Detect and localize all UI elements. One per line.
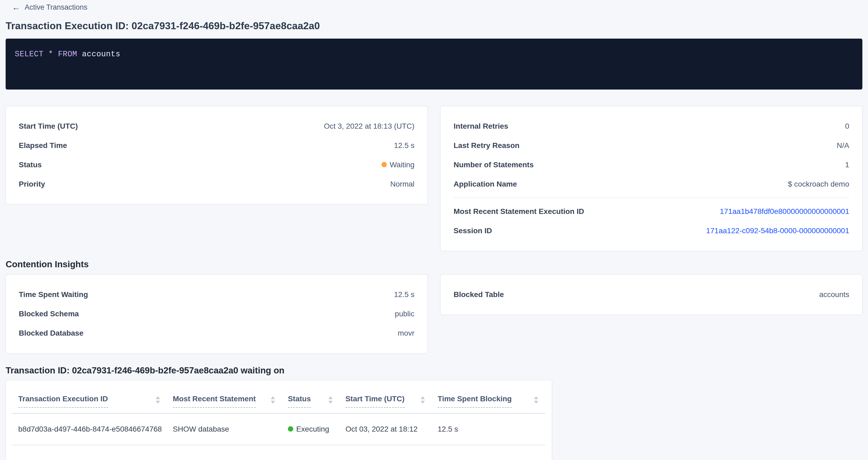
most-recent-statement-execution-id-label: Most Recent Statement Execution ID: [454, 207, 584, 216]
row-elapsed-time: Elapsed Time 12.5 s: [19, 136, 414, 155]
internal-retries-value: 0: [845, 122, 849, 130]
column-label: Start Time (UTC): [345, 394, 404, 408]
sql-keyword: SELECT: [15, 50, 43, 59]
status-label: Status: [19, 160, 42, 169]
sort-icon[interactable]: [534, 396, 538, 404]
cell-time-spent-blocking: 12.5 s: [432, 413, 545, 445]
row-status: Status Waiting: [19, 155, 414, 175]
breadcrumb-back-link[interactable]: ← Active Transactions: [12, 2, 87, 12]
row-blocked-table: Blocked Table accounts: [454, 285, 849, 304]
row-blocked-schema: Blocked Schema public: [19, 304, 414, 324]
number-of-statements-label: Number of Statements: [454, 160, 534, 169]
executing-status-dot-icon: [288, 426, 293, 432]
start-time-value: Oct 3, 2022 at 18:13 (UTC): [324, 122, 414, 130]
row-blocked-database: Blocked Database movr: [19, 324, 414, 343]
table-row: b8d7d03a-d497-446b-8474-e50846674768 SHO…: [12, 413, 545, 445]
number-of-statements-value: 1: [845, 160, 849, 169]
waiting-transactions-table-card: Transaction Execution ID Most Recent Sta…: [6, 380, 552, 460]
contention-card-right: Blocked Table accounts: [440, 275, 862, 315]
blocked-schema-value: public: [395, 310, 414, 318]
blocked-database-label: Blocked Database: [19, 329, 83, 337]
column-label: Transaction Execution ID: [18, 394, 108, 408]
column-label: Status: [288, 394, 311, 408]
card-divider: [454, 197, 849, 198]
sort-icon[interactable]: [329, 396, 333, 404]
status-text: Waiting: [390, 160, 414, 169]
column-header-time-spent-blocking[interactable]: Time Spent Blocking: [432, 380, 545, 413]
sql-keyword: FROM: [58, 50, 77, 59]
cell-status: Executing: [282, 413, 340, 445]
column-header-most-recent-statement[interactable]: Most Recent Statement: [167, 380, 282, 413]
breadcrumb-label: Active Transactions: [25, 3, 87, 11]
sql-statement-box: SELECT * FROM accounts: [6, 39, 862, 90]
cell-start-time: Oct 03, 2022 at 18:12: [340, 413, 432, 445]
column-header-transaction-execution-id[interactable]: Transaction Execution ID: [12, 380, 167, 413]
waiting-on-heading: Transaction ID: 02ca7931-f246-469b-b2fe-…: [6, 365, 862, 376]
blocked-schema-label: Blocked Schema: [19, 310, 79, 318]
blocked-table-label: Blocked Table: [454, 290, 504, 299]
row-priority: Priority Normal: [19, 175, 414, 194]
blocked-table-value: accounts: [819, 290, 849, 299]
time-spent-waiting-value: 12.5 s: [394, 290, 414, 299]
row-internal-retries: Internal Retries 0: [454, 117, 849, 136]
session-id-link[interactable]: 171aa122-c092-54b8-0000-000000000001: [706, 226, 849, 235]
elapsed-time-label: Elapsed Time: [19, 141, 67, 150]
sql-operator: *: [43, 50, 58, 59]
cell-most-recent-statement: SHOW database: [167, 413, 282, 445]
row-time-spent-waiting: Time Spent Waiting 12.5 s: [19, 285, 414, 304]
internal-retries-label: Internal Retries: [454, 122, 508, 130]
sort-icon[interactable]: [421, 396, 425, 404]
time-spent-waiting-label: Time Spent Waiting: [19, 290, 88, 299]
last-retry-reason-value: N/A: [837, 141, 849, 150]
page-title: Transaction Execution ID: 02ca7931-f246-…: [6, 20, 862, 32]
contention-insights-heading: Contention Insights: [6, 259, 862, 270]
start-time-label: Start Time (UTC): [19, 122, 78, 130]
sql-identifier: accounts: [77, 50, 120, 59]
application-name-value: $ cockroach demo: [788, 180, 849, 188]
row-most-recent-statement-execution-id: Most Recent Statement Execution ID 171aa…: [454, 202, 849, 221]
elapsed-time-value: 12.5 s: [394, 141, 414, 150]
row-last-retry-reason: Last Retry Reason N/A: [454, 136, 849, 155]
summary-card-left: Start Time (UTC) Oct 3, 2022 at 18:13 (U…: [6, 106, 428, 204]
most-recent-statement-execution-id-link[interactable]: 171aa1b478fdf0e80000000000000001: [720, 207, 849, 216]
priority-label: Priority: [19, 180, 45, 188]
column-header-start-time[interactable]: Start Time (UTC): [340, 380, 432, 413]
page: ← Active Transactions Transaction Execut…: [0, 0, 868, 460]
row-start-time: Start Time (UTC) Oct 3, 2022 at 18:13 (U…: [19, 117, 414, 136]
column-label: Time Spent Blocking: [438, 394, 512, 408]
column-label: Most Recent Statement: [173, 394, 256, 408]
priority-value: Normal: [390, 180, 414, 188]
status-value: Waiting: [381, 160, 414, 169]
last-retry-reason-label: Last Retry Reason: [454, 141, 520, 150]
session-id-label: Session ID: [454, 226, 492, 235]
sql-statement: SELECT * FROM accounts: [15, 50, 853, 59]
row-session-id: Session ID 171aa122-c092-54b8-0000-00000…: [454, 221, 849, 241]
sort-icon[interactable]: [271, 396, 275, 404]
application-name-label: Application Name: [454, 180, 517, 188]
waiting-status-dot-icon: [381, 162, 387, 167]
summary-card-right: Internal Retries 0 Last Retry Reason N/A…: [440, 106, 862, 251]
row-application-name: Application Name $ cockroach demo: [454, 175, 849, 194]
cell-status-text: Executing: [296, 425, 329, 433]
row-number-of-statements: Number of Statements 1: [454, 155, 849, 175]
cell-transaction-execution-id: b8d7d03a-d497-446b-8474-e50846674768: [12, 413, 167, 445]
contention-card-left: Time Spent Waiting 12.5 s Blocked Schema…: [6, 275, 428, 353]
column-header-status[interactable]: Status: [282, 380, 340, 413]
blocked-database-value: movr: [398, 329, 414, 337]
waiting-transactions-table: Transaction Execution ID Most Recent Sta…: [12, 380, 545, 445]
back-arrow-icon: ←: [12, 3, 20, 11]
sort-icon[interactable]: [156, 396, 160, 404]
table-header-row: Transaction Execution ID Most Recent Sta…: [12, 380, 545, 413]
